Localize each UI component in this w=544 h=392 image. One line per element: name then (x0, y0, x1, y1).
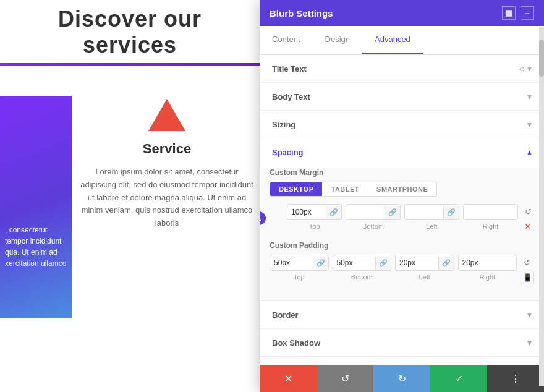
section-spacing: Spacing ▴ Custom Margin DESKTOP TABLET S… (260, 138, 544, 301)
padding-left-label: Left (419, 273, 430, 281)
spacing-header[interactable]: Spacing ▴ (260, 138, 544, 166)
custom-margin-title: Custom Margin (270, 168, 534, 177)
page-background: Discover our services , consectetur temp… (0, 0, 260, 392)
margin-right-field[interactable] (463, 204, 518, 220)
padding-controls: ↺ 📱 (521, 255, 534, 284)
padding-left-link-icon[interactable]: 🔗 (438, 257, 454, 270)
section-title-text[interactable]: Title Text ‹› ▾ (260, 55, 544, 83)
padding-inputs: 🔗 Top 🔗 Bottom (270, 255, 517, 281)
margin-top-label: Top (309, 223, 320, 230)
section-body-text-label: Body Text (272, 92, 310, 101)
padding-bottom-input[interactable] (333, 255, 376, 270)
padding-right-input[interactable] (459, 255, 517, 270)
device-tabs: DESKTOP TABLET SMARTPHONE (270, 182, 437, 197)
margin-bottom-input[interactable] (346, 205, 385, 219)
service-text: Lorem ipsum dolor sit amet, consectetur … (80, 166, 253, 230)
margin-right-label: Right (483, 223, 499, 230)
page-title: Discover our services (0, 0, 260, 58)
padding-bottom-link-icon[interactable]: 🔗 (375, 257, 391, 270)
padding-bottom-label: Bottom (351, 273, 373, 281)
scroll-thumb[interactable] (539, 40, 544, 77)
triangle-icon (148, 99, 185, 131)
section-filters[interactable]: Filters ▾ (260, 357, 544, 365)
spacing-content: Custom Margin DESKTOP TABLET SMARTPHONE … (260, 168, 544, 300)
spacing-label: Spacing (272, 148, 304, 157)
padding-top-link-icon[interactable]: 🔗 (313, 257, 328, 270)
section-sizing-label: Sizing (272, 120, 295, 129)
margin-clear-btn[interactable]: ✕ (522, 220, 534, 232)
modal-icon-minimize[interactable]: ─ (521, 6, 534, 20)
margin-left-link-icon[interactable]: 🔗 (443, 206, 459, 219)
border-label: Border (272, 310, 299, 320)
margin-left-field[interactable]: 🔗 (404, 204, 459, 220)
modal-icon-expand[interactable]: ⬜ (502, 6, 516, 20)
device-tab-tablet[interactable]: TABLET (322, 182, 368, 196)
save-button[interactable]: ✓ (430, 365, 487, 392)
margin-reset-btn[interactable]: ↺ (522, 205, 534, 218)
padding-right-label: Right (479, 273, 495, 281)
tab-content[interactable]: Content (260, 26, 313, 54)
title-text-arrow: ‹› ▾ (519, 64, 532, 74)
modal-title: Blurb Settings (270, 8, 333, 19)
padding-right-field[interactable] (458, 255, 517, 271)
settings-button[interactable]: ⋮ (487, 365, 544, 392)
margin-top-link-icon[interactable]: 🔗 (326, 206, 341, 219)
modal-tabs: Content Design Advanced (260, 26, 544, 55)
section-box-shadow[interactable]: Box Shadow ▾ (260, 329, 544, 357)
purple-box: , consectetur tempor incididunt qua. Ut … (0, 96, 72, 318)
section-border[interactable]: Border ▾ (260, 301, 544, 329)
service-title: Service (80, 141, 253, 157)
padding-device-btn[interactable]: 📱 (521, 271, 534, 284)
padding-top-wrap: 🔗 Top (270, 255, 329, 281)
padding-left-input[interactable] (396, 255, 438, 270)
spacing-arrow: ▴ (527, 147, 532, 157)
modal-footer: ✕ ↺ ↻ ✓ ⋮ (260, 365, 544, 392)
device-tab-desktop[interactable]: DESKTOP (270, 182, 322, 196)
margin-right-input[interactable] (464, 205, 517, 219)
padding-reset-btn[interactable]: ↺ (521, 256, 533, 268)
sizing-arrow: ▾ (527, 119, 532, 129)
reset-icon: ↺ (341, 373, 349, 385)
margin-bottom-wrap: 🔗 Bottom (346, 204, 401, 230)
purple-text: , consectetur tempor incididunt qua. Ut … (0, 219, 74, 274)
margin-top-wrap: 🔗 Top (287, 204, 342, 230)
modal-header: Blurb Settings ⬜ ─ (260, 0, 544, 26)
tab-advanced[interactable]: Advanced (362, 26, 423, 54)
margin-controls: ↺ ✕ (522, 204, 534, 232)
section-body-text[interactable]: Body Text ▾ (260, 83, 544, 111)
modal-header-icons: ⬜ ─ (502, 6, 534, 20)
padding-top-field[interactable]: 🔗 (270, 255, 329, 271)
refresh-icon: ↻ (398, 373, 406, 385)
padding-left-field[interactable]: 🔗 (395, 255, 454, 271)
margin-left-input[interactable] (405, 205, 443, 219)
body-text-arrow: ▾ (527, 92, 532, 101)
device-tab-smartphone[interactable]: SMARTPHONE (368, 182, 436, 196)
modal-content: Title Text ‹› ▾ Body Text ▾ Sizing ▾ Spa… (260, 55, 544, 365)
margin-left-wrap: 🔗 Left (404, 204, 459, 230)
settings-icon: ⋮ (511, 373, 521, 385)
scrollbar[interactable] (539, 27, 544, 386)
margin-top-field[interactable]: 🔗 (287, 204, 342, 220)
padding-bottom-wrap: 🔗 Bottom (333, 255, 392, 281)
cancel-icon: ✕ (284, 373, 292, 385)
refresh-button[interactable]: ↻ (373, 365, 430, 392)
margin-top-input[interactable] (287, 205, 326, 219)
box-shadow-arrow: ▾ (527, 338, 532, 347)
margin-bottom-label: Bottom (362, 223, 384, 230)
margin-left-label: Left (426, 223, 437, 230)
margin-bottom-field[interactable]: 🔗 (346, 204, 401, 220)
padding-bottom-field[interactable]: 🔗 (333, 255, 392, 271)
margin-right-wrap: Right (463, 204, 518, 230)
margin-inputs: 🔗 Top 🔗 Bottom (287, 204, 518, 230)
padding-top-label: Top (294, 273, 305, 281)
padding-inputs-row: 🔗 Top 🔗 Bottom (270, 255, 534, 284)
margin-bottom-link-icon[interactable]: 🔗 (385, 206, 400, 219)
cancel-button[interactable]: ✕ (260, 365, 317, 392)
padding-top-input[interactable] (270, 255, 313, 270)
progress-bar (0, 63, 260, 66)
reset-button[interactable]: ↺ (317, 365, 373, 392)
box-shadow-label: Box Shadow (272, 338, 320, 347)
blurb-settings-modal: Blurb Settings ⬜ ─ Content Design Advanc… (260, 0, 544, 392)
section-sizing[interactable]: Sizing ▾ (260, 111, 544, 138)
tab-design[interactable]: Design (313, 26, 362, 54)
